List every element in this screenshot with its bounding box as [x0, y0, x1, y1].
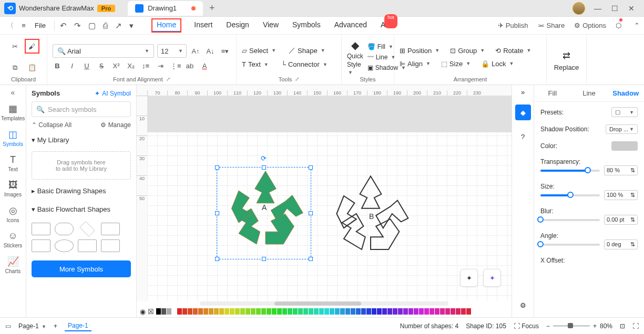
shape-rect3[interactable]	[32, 239, 50, 252]
font-color-button[interactable]: A	[200, 62, 209, 70]
align-button[interactable]: ≡▾	[219, 47, 231, 55]
shadow-color-select[interactable]	[611, 141, 638, 151]
file-menu[interactable]: File	[32, 22, 49, 29]
angle-slider[interactable]	[540, 244, 600, 246]
rotation-handle[interactable]: ⟳	[261, 154, 267, 162]
indent-button[interactable]: ⇥	[156, 62, 165, 70]
ai-symbol-button[interactable]: ✦AI Symbol	[95, 90, 131, 97]
bold-button[interactable]: B	[53, 62, 62, 70]
tab-advanced[interactable]: Advanced	[333, 18, 368, 33]
maximize-button[interactable]: ☐	[606, 1, 623, 16]
dock-templates[interactable]: ▦Templates	[2, 100, 25, 124]
blur-slider[interactable]	[540, 219, 600, 221]
tab-view[interactable]: View	[262, 18, 280, 33]
symbol-search-input[interactable]: 🔍Search symbols	[32, 101, 131, 117]
dock-stickers[interactable]: ☺Stickers	[2, 227, 25, 252]
flowchart-shapes-section[interactable]: ▾ Basic Flowchart Shapes	[32, 202, 131, 216]
dock-symbols[interactable]: ◫Symbols	[2, 126, 25, 150]
shape-tool[interactable]: ／ Shape▼	[289, 46, 325, 55]
publish-button[interactable]: ✈Publish	[498, 22, 528, 29]
font-family-select[interactable]: 🔍 Arial▼	[53, 44, 154, 58]
page-tab[interactable]: Page-1	[65, 321, 91, 331]
right-expand-button[interactable]: »	[521, 88, 525, 96]
angle-value[interactable]: 0 deg⇅	[604, 239, 638, 249]
shape-data[interactable]	[101, 239, 120, 252]
minimize-button[interactable]: —	[589, 1, 606, 16]
italic-button[interactable]: I	[67, 62, 77, 70]
shape-rect2[interactable]	[101, 223, 120, 235]
tab-symbols[interactable]: Symbols	[291, 18, 322, 33]
dock-charts[interactable]: 📈Charts	[2, 253, 25, 277]
notification-icon[interactable]: ⬡	[616, 22, 621, 29]
undo-button[interactable]: ↶	[60, 21, 67, 30]
superscript-button[interactable]: X²	[111, 62, 121, 70]
line-spacing-button[interactable]: ↕≡	[141, 62, 150, 70]
select-tool[interactable]: ▱ Select▼	[242, 46, 276, 55]
quick-style-button[interactable]: ◆QuickStyle ▼	[347, 39, 363, 76]
zoom-out-button[interactable]: −	[546, 322, 550, 330]
underline-button[interactable]: U	[82, 62, 91, 70]
close-button[interactable]: ✕	[623, 1, 640, 16]
canvas-scrollbar[interactable]	[200, 301, 448, 306]
basic-shapes-section[interactable]: ▸ Basic Drawing Shapes	[32, 184, 131, 198]
collapse-all-button[interactable]: ⌃ Collapse All	[32, 121, 71, 129]
cut-button[interactable]: ✂	[9, 40, 22, 53]
copy-button[interactable]: ⧉	[9, 61, 22, 74]
shape-rect[interactable]	[32, 223, 50, 235]
transparency-value[interactable]: 80 %⇅	[604, 165, 638, 175]
my-library-dropzone[interactable]: Drag symbols hereto add to My Library	[32, 151, 131, 180]
new-tab-button[interactable]: +	[209, 3, 215, 14]
color-palette[interactable]	[156, 308, 471, 315]
eyedropper-icon[interactable]: ◉	[140, 308, 146, 316]
paste-button[interactable]: 📋	[26, 61, 38, 74]
lock-button[interactable]: 🔒 Lock▼	[481, 60, 514, 68]
expand-icon[interactable]: ⤢	[295, 76, 299, 82]
zoom-in-button[interactable]: +	[593, 322, 597, 330]
qat-more-button[interactable]: ▾	[129, 21, 134, 30]
more-symbols-button[interactable]: More Symbols	[32, 260, 131, 277]
document-tab[interactable]: Drawing1	[128, 1, 203, 16]
fit-page-button[interactable]: ⊡	[620, 322, 625, 330]
blur-value[interactable]: 0.00 pt⇅	[604, 215, 638, 225]
my-library-section[interactable]: ▾ My Library	[32, 133, 131, 147]
print-button[interactable]: ⎙	[103, 21, 108, 30]
prop-tab-line[interactable]: Line	[571, 85, 608, 101]
replace-button[interactable]: ⇄ Replace	[552, 38, 581, 84]
dock-text[interactable]: TText	[2, 151, 25, 175]
drawing-canvas[interactable]: A ⟳ B	[147, 96, 512, 301]
subscript-button[interactable]: X₂	[126, 62, 136, 70]
tab-insert[interactable]: Insert	[193, 18, 213, 33]
zoom-control[interactable]: − + 80%	[546, 322, 612, 330]
size-button[interactable]: ⬚ Size▼	[441, 60, 471, 68]
group-button[interactable]: ⊡ Group▼	[450, 47, 485, 55]
export-button[interactable]: ↗	[115, 21, 122, 30]
shape-rounded[interactable]	[55, 223, 74, 235]
add-page-button[interactable]: +	[54, 322, 57, 330]
align-shapes-button[interactable]: ⊫ Align▼	[400, 60, 431, 68]
shape-oval[interactable]	[55, 239, 74, 252]
style-panel-button[interactable]: ◆	[515, 105, 531, 120]
redo-button[interactable]: ↷	[74, 21, 81, 30]
save-button[interactable]: ▢	[88, 21, 96, 30]
prop-tab-shadow[interactable]: Shadow	[607, 85, 644, 101]
ai-float-button[interactable]: ✦	[483, 269, 501, 287]
dock-images[interactable]: 🖼Images	[2, 176, 25, 201]
shadow-size-slider[interactable]	[540, 194, 600, 196]
dock-collapse-button[interactable]: «	[11, 88, 15, 97]
settings-button[interactable]: ⚙	[515, 297, 531, 313]
collapse-ribbon-button[interactable]: ⌃	[634, 22, 640, 29]
connector-tool[interactable]: └ Connector▼	[281, 60, 328, 68]
tab-design[interactable]: Design	[225, 18, 250, 33]
transparency-slider[interactable]	[540, 170, 600, 172]
text-case-button[interactable]: ab	[185, 62, 195, 70]
shape-diamond[interactable]	[79, 221, 95, 237]
presets-select[interactable]: ▢ ▼	[611, 107, 638, 117]
selection-box[interactable]	[217, 167, 311, 259]
page-select[interactable]: Page-1 ▼	[18, 322, 46, 330]
bullets-button[interactable]: ⋮≡	[170, 62, 180, 70]
options-button[interactable]: ⚙Options	[574, 22, 606, 29]
no-color-swatch[interactable]: ☒	[148, 308, 154, 316]
rotate-button[interactable]: ⟲ Rotate▼	[495, 47, 531, 55]
decrease-font-button[interactable]: A↓	[205, 47, 216, 55]
hamburger-icon[interactable]: ≡	[18, 22, 29, 29]
